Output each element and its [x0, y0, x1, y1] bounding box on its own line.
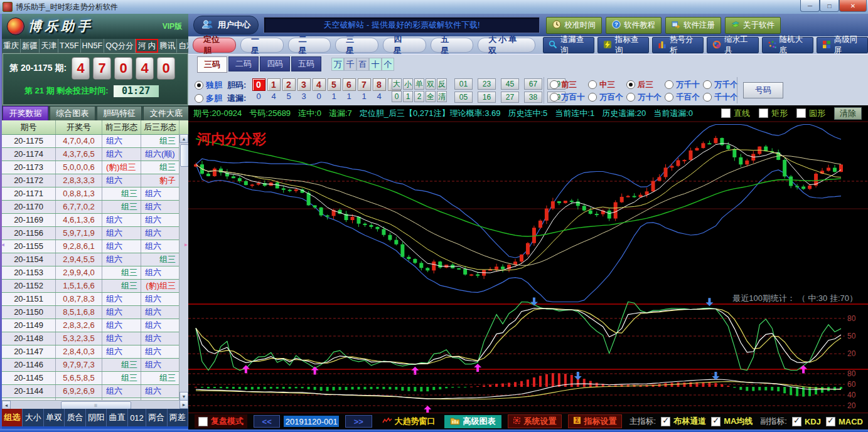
danma-digit-button[interactable]: 3 [297, 78, 311, 91]
replay-mode-toggle[interactable]: 复盘模式 [195, 414, 247, 428]
checkbox-icon[interactable] [759, 108, 768, 118]
checkbox-checked-icon[interactable] [661, 417, 670, 426]
next-period-button[interactable]: >> [345, 415, 372, 428]
radio-icon[interactable] [588, 93, 597, 102]
region-tab[interactable]: QQ分分 [104, 39, 135, 53]
pattern-tab[interactable]: 曲直 [107, 409, 127, 426]
advanced-chart-button[interactable]: 高级图表 [444, 415, 501, 428]
tool-button[interactable]: 缩水工具 [707, 37, 758, 53]
code-tab[interactable]: 三码 [197, 56, 227, 73]
close-button[interactable]: ✕ [839, 0, 867, 12]
table-row[interactable]: 20-11446,9,2,6,9组六组六 [2, 385, 188, 398]
mode-pill[interactable]: 三 星 [335, 38, 378, 53]
user-center-button[interactable]: 用户中心 [193, 16, 259, 34]
mode-pill[interactable]: 二 星 [288, 38, 331, 53]
danma-digit-button[interactable]: 0 [252, 78, 265, 91]
quick-button[interactable]: 0 [392, 91, 402, 102]
scroll-up-icon[interactable]: ▲ [179, 134, 188, 143]
radio-icon[interactable] [550, 80, 559, 89]
radio-icon[interactable] [588, 80, 597, 89]
quick-button[interactable]: 全 [426, 91, 436, 102]
danma-digit-button[interactable]: 1 [267, 78, 281, 91]
radio-icon[interactable] [550, 93, 559, 102]
data-tab[interactable]: 胆码特征 [97, 106, 142, 121]
radio-icon[interactable] [195, 94, 203, 103]
vertical-scroll-thumb[interactable] [180, 144, 188, 167]
table-row[interactable]: 20-11722,8,3,3,3组六豹子 [2, 174, 188, 187]
pattern-tab[interactable]: 阴阳 [86, 409, 107, 426]
scroll-down-icon[interactable]: ▼ [179, 392, 188, 401]
haoma-button[interactable]: 号码 [743, 82, 783, 98]
data-tab[interactable]: 开奖数据 [3, 106, 48, 121]
mode-pill[interactable]: 大小单双 [478, 38, 535, 53]
tool-button[interactable]: 热号分析 [652, 37, 704, 53]
table-row[interactable]: 20-11706,7,7,0,2组三组六 [2, 201, 188, 214]
pattern-tab[interactable]: 单双 [44, 409, 65, 426]
position-radio[interactable]: 千十个 [703, 91, 740, 103]
pattern-tab[interactable]: 012 [128, 409, 146, 426]
dan-radio[interactable]: 独胆 [195, 78, 222, 92]
code-tab[interactable]: 五码 [291, 56, 321, 71]
column-header[interactable]: 开奖号 [56, 120, 102, 134]
replay-checkbox-icon[interactable] [198, 417, 208, 426]
trend-chart-canvas[interactable]: 河内分分彩最近100期统计： （ 中:30 挂:70）8050208060402… [188, 121, 868, 413]
scroll-right-icon[interactable]: ► [179, 400, 188, 409]
position-radio[interactable]: 万百十 [550, 91, 587, 103]
tool-button[interactable]: 高级同屏 [817, 37, 868, 53]
pattern-tab[interactable]: 两合 [146, 409, 167, 426]
mode-pill[interactable]: 五 星 [431, 38, 474, 53]
prev-period-button[interactable]: << [254, 415, 280, 428]
danma-digit-button[interactable]: 2 [282, 78, 296, 91]
mode-pill[interactable]: 定位胆 [193, 38, 236, 53]
danma-digit-button[interactable]: 6 [343, 78, 356, 91]
maximize-button[interactable]: □ [820, 0, 839, 12]
radio-icon[interactable] [703, 80, 712, 89]
trend-window-button[interactable]: 大趋势窗口 [382, 416, 436, 427]
tool-button[interactable]: 遗漏查询 [543, 37, 594, 53]
quick-button[interactable]: 反 [437, 78, 447, 90]
mode-pill[interactable]: 一 星 [240, 38, 284, 53]
checkbox-checked-icon[interactable] [826, 417, 835, 426]
indicator-checkbox[interactable]: MACD [826, 417, 863, 426]
pos-toggle[interactable]: 万 [331, 58, 344, 71]
table-row[interactable]: 20-11532,9,9,4,0组三组六 [2, 266, 188, 280]
table-row[interactable]: 20-11508,5,1,6,8组六组六 [2, 306, 188, 319]
radio-icon[interactable] [703, 93, 712, 102]
code-tab[interactable]: 二码 [228, 56, 259, 71]
pos-toggle[interactable]: 千 [344, 58, 356, 71]
pair-button[interactable]: 38 [524, 92, 542, 103]
draw-checkbox[interactable]: 圆形 [796, 108, 825, 119]
quick-button[interactable]: 1 [403, 91, 413, 102]
radio-icon[interactable] [626, 93, 635, 102]
radio-icon[interactable] [195, 81, 203, 90]
system-settings-button[interactable]: 系统设置 [508, 414, 562, 428]
table-row[interactable]: 20-11735,0,0,0,6(豹)组三组三 [2, 161, 188, 174]
trend-chart-area[interactable]: 河内分分彩最近100期统计： （ 中:30 挂:70）8050208060402… [188, 121, 868, 413]
pattern-tab[interactable]: 组选 [2, 409, 23, 426]
position-radio[interactable]: 前三 [550, 78, 587, 91]
column-header[interactable]: 期号 [2, 120, 56, 134]
clear-button[interactable]: 清除 [834, 107, 862, 120]
pattern-tab[interactable]: 大小 [23, 409, 43, 426]
pair-button[interactable]: 45 [501, 78, 519, 90]
region-tab[interactable]: HN5F [81, 39, 105, 53]
scroll-left-icon[interactable]: ◄ [2, 401, 11, 409]
radio-icon[interactable] [665, 80, 673, 89]
table-row[interactable]: 20-11472,8,4,0,3组六组六 [2, 345, 188, 359]
mode-pill[interactable]: 四 星 [383, 38, 426, 53]
table-row[interactable]: 20-11542,9,4,5,5组六组三 [2, 253, 188, 266]
top-button-about[interactable]: 关于软件 [725, 17, 781, 34]
column-header[interactable]: 前三形态 [102, 120, 141, 134]
column-header[interactable]: 后三形态 [141, 120, 179, 134]
pos-toggle[interactable]: 个 [382, 58, 394, 71]
danma-digit-button[interactable]: 4 [313, 78, 326, 91]
danma-digit-button[interactable]: 7 [358, 78, 371, 91]
region-tab[interactable]: 腾讯 [158, 39, 177, 53]
pattern-tab[interactable]: 两差 [168, 409, 188, 426]
table-row[interactable]: 20-11710,8,8,1,3组三组六 [2, 187, 188, 201]
tool-button[interactable]: 指标查询 [597, 37, 649, 53]
indicator-checkbox[interactable]: MA均线 [711, 416, 753, 427]
table-row[interactable]: 20-11744,3,7,6,5组六组六(顺) [2, 148, 188, 161]
table-row[interactable]: 20-11559,2,8,6,1组六组六 [2, 240, 188, 253]
checkbox-checked-icon[interactable] [711, 417, 721, 426]
